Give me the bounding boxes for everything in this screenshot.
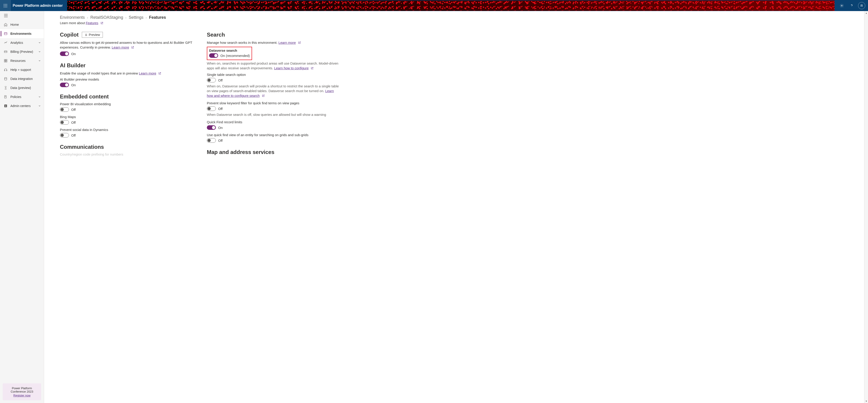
sidebar-item-home[interactable]: Home	[0, 20, 44, 29]
account-button[interactable]: R	[857, 0, 866, 11]
sidebar-item-admin-centers[interactable]: A Admin centers	[0, 101, 44, 110]
headset-icon	[4, 68, 8, 72]
quickfind-toggle[interactable]	[207, 125, 216, 130]
help-icon	[850, 4, 854, 8]
breadcrumb-environments[interactable]: Environments	[60, 15, 85, 20]
app-title[interactable]: Power Platform admin center	[11, 4, 67, 8]
sidebar-item-resources[interactable]: Resources	[0, 56, 44, 65]
social-label: Prevent social data in Dynamics	[60, 128, 193, 132]
search-learn-more-link[interactable]: Learn more	[278, 41, 296, 44]
admin-centers-icon: A	[4, 104, 8, 108]
powerbi-toggle[interactable]	[60, 107, 69, 112]
breadcrumb-env-name[interactable]: RetailSOAStaging	[90, 15, 123, 20]
svg-point-23	[4, 77, 7, 78]
single-table-label: Single table search option	[207, 73, 340, 76]
chevron-right-icon: ›	[125, 16, 127, 20]
top-header: Power Platform admin center R	[0, 0, 868, 11]
section-title-ai-builder: AI Builder	[60, 62, 86, 69]
chevron-down-icon	[38, 59, 41, 62]
sidebar-item-data-preview[interactable]: Data (preview)	[0, 83, 44, 92]
chevron-down-icon	[38, 41, 41, 44]
powerbi-toggle-label: Off	[71, 108, 76, 111]
search-desc: Manage how search works in this environm…	[207, 40, 340, 45]
dataverse-toggle-label: On (recommended)	[220, 54, 250, 58]
bingmaps-toggle[interactable]	[60, 120, 69, 125]
sidebar-item-analytics[interactable]: Analytics	[0, 38, 44, 47]
external-link-icon	[131, 46, 134, 49]
section-ai-builder: AI Builder Enable the usage of model typ…	[60, 62, 193, 87]
svg-point-9	[841, 5, 842, 6]
help-button[interactable]	[847, 0, 856, 11]
quickview-toggle[interactable]	[207, 138, 216, 143]
sidebar-item-label: Billing (Preview)	[10, 50, 38, 54]
sidebar-item-help-support[interactable]: Help + support	[0, 65, 44, 74]
svg-rect-21	[4, 70, 5, 71]
features-learn-more-link[interactable]: Features	[86, 21, 98, 25]
app-launcher-button[interactable]	[0, 0, 11, 11]
single-table-toggle[interactable]	[207, 78, 216, 82]
section-search: Search Manage how search works in this e…	[207, 32, 340, 143]
svg-rect-18	[6, 59, 7, 61]
svg-point-0	[4, 4, 4, 4]
copilot-learn-more-link[interactable]: Learn more	[112, 45, 129, 49]
chevron-down-icon	[38, 50, 41, 53]
section-title-copilot: Copilot	[60, 32, 79, 38]
svg-point-6	[4, 6, 4, 7]
external-link-icon	[158, 72, 161, 75]
section-copilot: Copilot Preview Allow canvas editors to …	[60, 32, 193, 56]
home-icon	[4, 23, 8, 27]
resources-icon	[4, 59, 8, 63]
scroll-down-button[interactable]: ▼	[864, 399, 868, 403]
data-integration-icon	[4, 77, 8, 81]
section-title-communications: Communications	[60, 144, 104, 150]
svg-point-7	[5, 6, 6, 7]
header-left: Power Platform admin center	[0, 0, 67, 11]
sidebar-item-label: Data (preview)	[10, 86, 41, 90]
scroll-up-button[interactable]: ▲	[864, 11, 868, 15]
scrollbar[interactable]: ▲ ▼	[864, 11, 868, 403]
sidebar-item-billing[interactable]: Billing (Preview)	[0, 47, 44, 56]
avatar: R	[858, 2, 865, 9]
sidebar-item-environments[interactable]: Environments	[0, 29, 44, 38]
dataverse-configure-link[interactable]: Learn how to configure	[274, 66, 309, 70]
single-table-desc: When on, Dataverse search will provide a…	[207, 84, 340, 98]
breadcrumb-settings[interactable]: Settings	[129, 15, 144, 20]
sidebar-item-policies[interactable]: Policies	[0, 92, 44, 101]
ai-builder-learn-more-link[interactable]: Learn more	[139, 71, 156, 75]
promo-line1: Power Platform	[5, 387, 38, 390]
ai-builder-toggle-label: On	[71, 83, 76, 87]
promo-register-link[interactable]: Register now	[5, 394, 38, 397]
chevron-right-icon: ›	[146, 16, 147, 20]
slow-filter-desc: When Dataverse search is off, slow queri…	[207, 112, 340, 117]
learn-more-row: Learn more about Features	[60, 21, 868, 25]
slow-filter-toggle[interactable]	[207, 106, 216, 111]
sidebar-item-label: Policies	[10, 95, 38, 99]
svg-point-2	[6, 4, 7, 4]
copilot-toggle-label: On	[71, 52, 76, 56]
gear-icon	[840, 4, 844, 8]
sidebar-item-label: Help + support	[10, 68, 41, 72]
sidebar-item-label: Admin centers	[10, 104, 38, 108]
ai-builder-toggle[interactable]	[60, 82, 69, 87]
dataverse-desc: When on, searches in supported product a…	[207, 61, 340, 70]
svg-rect-17	[4, 59, 5, 61]
dataverse-label: Dataverse search	[209, 48, 250, 53]
quickview-label: Use quick find view of an entity for sea…	[207, 133, 340, 137]
dataverse-toggle[interactable]	[209, 53, 218, 58]
svg-point-5	[6, 5, 7, 6]
sidebar-item-label: Data integration	[10, 77, 41, 80]
analytics-icon	[4, 41, 8, 45]
ai-builder-desc: Enable the usage of model types that are…	[60, 71, 193, 76]
data-preview-icon	[4, 86, 8, 90]
sidebar-item-data-integration[interactable]: Data integration	[0, 74, 44, 83]
social-toggle[interactable]	[60, 133, 69, 137]
ai-builder-sub-label: AI Builder preview models	[60, 77, 193, 81]
sidebar-item-label: Home	[10, 23, 41, 26]
settings-button[interactable]	[837, 0, 846, 11]
nav-collapse-button[interactable]	[3, 13, 8, 18]
main-content: Environments › RetailSOAStaging › Settin…	[44, 11, 868, 403]
chevron-right-icon: ›	[87, 16, 88, 20]
breadcrumb: Environments › RetailSOAStaging › Settin…	[60, 15, 868, 20]
copilot-toggle[interactable]	[60, 52, 69, 56]
learn-more-prefix: Learn more about	[60, 21, 86, 25]
